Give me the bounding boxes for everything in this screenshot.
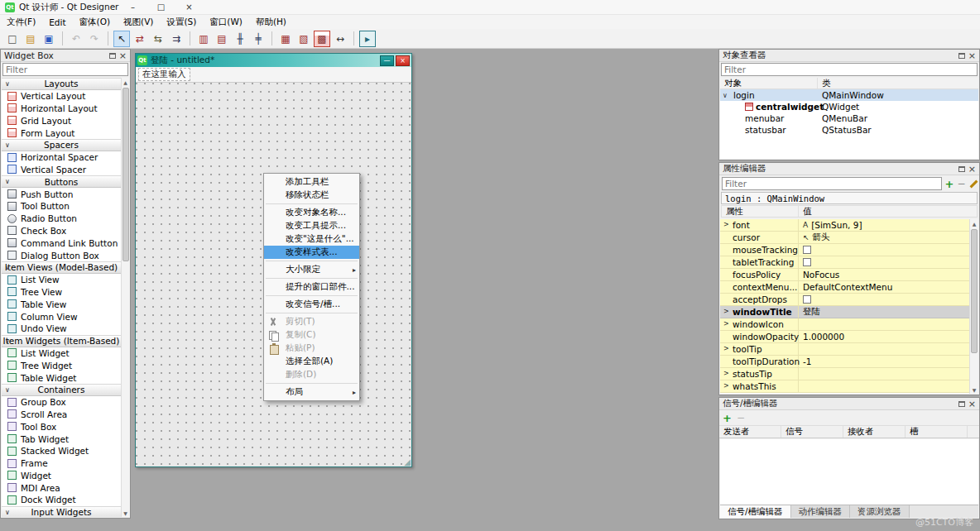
layout-grid-icon[interactable]: ▦: [277, 31, 294, 47]
context-menu-item[interactable]: 布局 ▸: [264, 385, 359, 399]
category-header[interactable]: ∨ Item Widgets (Item-Based): [2, 335, 121, 347]
widget-item[interactable]: Stacked Widget: [2, 445, 121, 457]
resize-grip-icon[interactable]: ◢: [404, 457, 411, 466]
property-row[interactable]: tabletTracking: [720, 256, 969, 269]
scrollbar-thumb[interactable]: [971, 229, 978, 353]
property-row[interactable]: > whatsThis: [720, 380, 969, 393]
context-menu-item[interactable]: 粘贴(P): [264, 342, 359, 355]
object-row[interactable]: menubar QMenuBar: [720, 112, 978, 124]
property-row[interactable]: cursor ↖ 箭头: [720, 232, 969, 244]
property-row[interactable]: mouseTracking: [720, 244, 969, 256]
object-inspector-header[interactable]: 对象查看器 ×: [719, 50, 979, 62]
widget-item[interactable]: Check Box: [2, 225, 121, 237]
column-header[interactable]: 槽: [906, 426, 968, 438]
float-dock-icon[interactable]: [958, 401, 965, 407]
layout-splitter-horizontal-icon[interactable]: ╫: [232, 31, 248, 47]
context-menu-item[interactable]: 改变信号/槽...: [264, 298, 359, 311]
widget-item[interactable]: Horizontal Spacer: [2, 151, 121, 164]
remove-dynamic-property-icon[interactable]: −: [958, 179, 966, 189]
widget-item[interactable]: Tool Button: [2, 200, 121, 213]
break-layout-icon[interactable]: ▩: [314, 31, 330, 47]
property-value[interactable]: 登陆: [803, 306, 820, 318]
menu-item[interactable]: 视图(V): [117, 15, 160, 29]
property-row[interactable]: toolTipDuration -1: [720, 356, 969, 368]
menu-item[interactable]: 设置(S): [160, 15, 203, 29]
remove-connection-icon[interactable]: −: [737, 413, 745, 423]
scroll-down-icon[interactable]: ▼: [123, 509, 127, 517]
tree-expand-icon[interactable]: ∨: [723, 92, 728, 99]
widget-item[interactable]: Table View: [2, 298, 121, 310]
scrollbar[interactable]: ▲ ▼: [121, 78, 129, 517]
expand-arrow-icon[interactable]: >: [723, 320, 729, 328]
property-row[interactable]: > toolTip: [720, 343, 969, 356]
property-value[interactable]: [SimSun, 9]: [811, 220, 862, 230]
property-value[interactable]: -1: [803, 356, 811, 366]
layout-splitter-vertical-icon[interactable]: ╪: [250, 31, 267, 47]
context-menu-item[interactable]: 移除状态栏: [264, 189, 359, 202]
widget-item[interactable]: Widget: [2, 470, 121, 482]
adjust-size-icon[interactable]: ↔: [332, 31, 348, 47]
edit-tab-order-icon[interactable]: ⇉: [168, 31, 185, 47]
property-value[interactable]: 1.000000: [803, 332, 844, 342]
close-icon[interactable]: ×: [968, 399, 976, 409]
widget-item[interactable]: Form Layout: [2, 127, 121, 139]
context-menu-item[interactable]: 提升的窗口部件...: [264, 280, 359, 294]
property-row[interactable]: > font A [SimSun, 9]: [720, 219, 969, 232]
object-row[interactable]: statusbar QStatusBar: [720, 124, 978, 136]
layout-horizontal-icon[interactable]: ▥: [195, 31, 212, 47]
minimize-button[interactable]: –: [118, 0, 147, 14]
editor-tab[interactable]: 信号/槽编辑器: [720, 505, 791, 518]
checkbox[interactable]: [803, 246, 811, 254]
property-row[interactable]: > windowIcon: [720, 318, 969, 331]
layout-vertical-icon[interactable]: ▤: [214, 31, 230, 47]
context-menu-item[interactable]: 改变"这是什么"...: [264, 232, 359, 246]
menu-item[interactable]: 帮助(H): [249, 15, 293, 29]
widget-item[interactable]: Command Link Button: [2, 237, 121, 249]
expand-arrow-icon[interactable]: >: [723, 221, 729, 228]
edit-buddies-icon[interactable]: ⇆: [150, 31, 166, 47]
property-row[interactable]: acceptDrops: [720, 294, 969, 306]
context-menu-item[interactable]: 剪切(T): [264, 315, 359, 328]
property-editor-header[interactable]: 属性编辑器 ×: [719, 163, 979, 175]
context-menu-item[interactable]: 复制(C): [264, 328, 359, 342]
menu-item[interactable]: 窗口(W): [203, 15, 249, 29]
widget-item[interactable]: Undo View: [2, 323, 121, 335]
widget-item[interactable]: Push Button: [2, 188, 121, 200]
connections-table[interactable]: [720, 439, 978, 505]
property-row[interactable]: contextMenu... DefaultContextMenu: [720, 281, 969, 294]
widget-item[interactable]: Table Widget: [2, 371, 121, 384]
configure-property-editor-icon[interactable]: [969, 179, 977, 189]
menu-item[interactable]: Edit: [42, 15, 72, 29]
expand-arrow-icon[interactable]: >: [723, 382, 729, 390]
form-close-button[interactable]: ×: [396, 55, 410, 66]
context-menu-item[interactable]: 大小限定 ▸: [264, 263, 359, 276]
context-menu-item[interactable]: 改变对象名称...: [264, 206, 359, 219]
context-menu-item[interactable]: 改变样式表...: [264, 246, 359, 259]
undo-icon[interactable]: ↶: [68, 31, 84, 47]
column-header-class[interactable]: 类: [818, 78, 978, 88]
editor-tab[interactable]: 资源浏览器: [850, 505, 910, 518]
column-header-property[interactable]: 属性: [722, 206, 799, 217]
category-header[interactable]: ∨ Spacers: [2, 139, 121, 151]
widget-item[interactable]: Tree View: [2, 286, 121, 299]
float-dock-icon[interactable]: [958, 166, 965, 172]
context-menu-item[interactable]: 添加工具栏: [264, 175, 359, 189]
save-form-icon[interactable]: ▣: [41, 31, 57, 47]
widget-item[interactable]: Tab Widget: [2, 433, 121, 445]
widget-item[interactable]: MDI Area: [2, 481, 121, 494]
property-row[interactable]: > windowTitle 登陆: [720, 306, 969, 318]
widget-item[interactable]: Horizontal Layout: [2, 103, 121, 115]
open-form-icon[interactable]: ▤: [22, 31, 39, 47]
edit-signals-slots-icon[interactable]: ⇄: [132, 31, 148, 47]
editor-tab[interactable]: 动作编辑器: [791, 505, 851, 518]
widget-item[interactable]: Radio Button: [2, 213, 121, 225]
maximize-button[interactable]: □: [147, 0, 175, 14]
close-button[interactable]: ×: [175, 0, 203, 14]
scroll-down-icon[interactable]: ▼: [973, 385, 977, 394]
category-header[interactable]: ∨ Buttons: [2, 175, 121, 188]
column-header-object[interactable]: 对象: [720, 78, 818, 88]
type-here-placeholder[interactable]: 在这里输入: [138, 68, 190, 81]
new-form-icon[interactable]: □: [4, 31, 21, 47]
column-header-value[interactable]: 值: [799, 206, 977, 218]
checkbox[interactable]: [803, 258, 811, 266]
